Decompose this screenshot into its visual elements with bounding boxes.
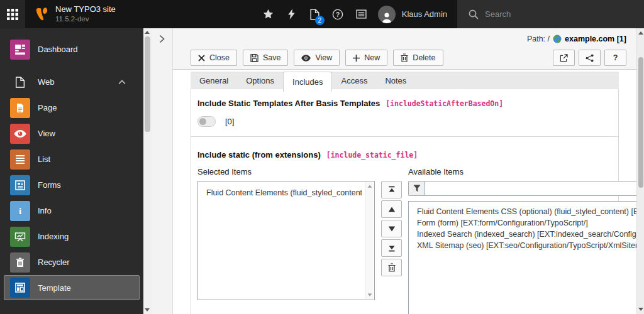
delete-button[interactable]: Delete bbox=[393, 50, 443, 66]
help-button[interactable]: ? bbox=[326, 0, 350, 28]
scroll-up-arrow[interactable] bbox=[145, 31, 150, 34]
module-content: Path: / example.com [1] bbox=[173, 28, 644, 314]
sidebar-item-dashboard[interactable]: Dashboard bbox=[0, 36, 143, 62]
tabs: General Options Includes Access Notes bbox=[191, 72, 619, 89]
arrow-up-icon bbox=[388, 207, 396, 212]
view-button[interactable]: View bbox=[294, 50, 340, 66]
move-to-top-icon bbox=[388, 186, 396, 193]
sidebar-item-label: Page bbox=[38, 103, 57, 112]
sidebar-item-label: View bbox=[38, 129, 55, 138]
plus-icon bbox=[353, 55, 360, 62]
current-page-label: example.com [1] bbox=[565, 35, 626, 43]
form-area: General Options Includes Access Notes In… bbox=[173, 70, 636, 314]
sidebar-item-template[interactable]: Template bbox=[4, 275, 140, 300]
scroll-down-arrow[interactable] bbox=[145, 308, 150, 311]
user-menu-button[interactable]: Klaus Admin bbox=[373, 0, 457, 28]
trash-icon bbox=[10, 252, 30, 273]
sidebar-scrollbar[interactable] bbox=[143, 28, 152, 314]
sidebar-item-label: Template bbox=[38, 283, 71, 293]
scroll-down-arrow[interactable] bbox=[638, 308, 643, 311]
close-button[interactable]: Close bbox=[191, 50, 237, 66]
move-up-button[interactable] bbox=[381, 200, 402, 218]
help-button-docheader[interactable]: ? bbox=[604, 50, 626, 66]
scroll-up-arrow[interactable] bbox=[638, 31, 643, 35]
chevron-up-icon bbox=[118, 80, 126, 85]
list-item[interactable]: XML Sitemap (seo) [EXT:seo/Configuration… bbox=[417, 240, 636, 251]
page-icon bbox=[10, 98, 30, 118]
toolbar-items: 2 ? bbox=[257, 0, 457, 28]
username-label: Klaus Admin bbox=[402, 9, 447, 19]
tab-notes[interactable]: Notes bbox=[376, 72, 415, 89]
scrollbar-thumb[interactable] bbox=[145, 36, 150, 132]
sidebar-item-recycler[interactable]: Recycler bbox=[0, 249, 143, 275]
search-input[interactable] bbox=[485, 9, 611, 19]
move-down-button[interactable] bbox=[381, 220, 402, 237]
sidebar-item-list[interactable]: List bbox=[0, 146, 143, 172]
move-to-bottom-icon bbox=[388, 244, 396, 252]
remove-item-button[interactable] bbox=[381, 259, 402, 276]
list-item[interactable]: Fluid Content Elements (fluid_styled_con… bbox=[206, 187, 362, 198]
clear-cache-button[interactable] bbox=[280, 0, 303, 28]
toggle-switch[interactable] bbox=[197, 116, 216, 127]
share-button[interactable] bbox=[579, 50, 601, 66]
pagetree-collapsed-strip bbox=[152, 28, 173, 314]
sidebar-item-label: List bbox=[38, 154, 50, 164]
expand-pagetree-button[interactable] bbox=[159, 35, 165, 46]
star-icon bbox=[263, 9, 274, 19]
sidebar-item-info[interactable]: i Info bbox=[0, 198, 143, 224]
web-module-icon bbox=[10, 72, 30, 92]
list-item[interactable]: Fluid Content Elements CSS (optional) (f… bbox=[417, 206, 636, 217]
filter-addon bbox=[408, 181, 425, 196]
list-box-icon bbox=[356, 9, 367, 19]
sidebar-item-forms[interactable]: Forms bbox=[0, 172, 143, 198]
scroll-down-arrow[interactable] bbox=[368, 293, 372, 296]
docheader: Path: / example.com [1] bbox=[173, 28, 636, 70]
open-documents-button[interactable]: 2 bbox=[303, 0, 326, 28]
trash-icon bbox=[401, 53, 408, 62]
available-items-list[interactable]: Fluid Content Elements CSS (optional) (f… bbox=[408, 201, 636, 314]
close-icon bbox=[198, 55, 205, 62]
toggle-knob bbox=[199, 118, 206, 125]
open-in-new-window-button[interactable] bbox=[553, 50, 575, 66]
template-icon bbox=[10, 278, 30, 298]
bolt-icon bbox=[287, 9, 296, 19]
sidebar-item-page[interactable]: Page bbox=[0, 95, 143, 121]
selected-items-list[interactable]: Fluid Content Elements (fluid_styled_con… bbox=[197, 181, 375, 300]
tab-includes[interactable]: Includes bbox=[283, 72, 332, 92]
move-to-bottom-button[interactable] bbox=[381, 239, 402, 257]
scrollbar-thumb[interactable] bbox=[638, 57, 643, 188]
tab-access[interactable]: Access bbox=[332, 72, 376, 89]
tab-options[interactable]: Options bbox=[237, 72, 283, 89]
sidebar-item-label: Forms bbox=[38, 180, 61, 190]
globe-icon bbox=[553, 35, 562, 43]
field-label: Include static (from extensions) bbox=[197, 150, 321, 160]
list-item[interactable]: Indexed Search (indexed_search) [EXT:ind… bbox=[417, 229, 636, 240]
available-items-column: Fluid Content Elements CSS (optional) (f… bbox=[408, 181, 636, 314]
move-to-top-button[interactable] bbox=[381, 181, 402, 198]
sidebar-item-view[interactable]: View bbox=[0, 121, 143, 146]
sidebar-item-indexing[interactable]: Indexing bbox=[0, 224, 143, 249]
grid-icon bbox=[7, 9, 18, 20]
field-include-static-file: Include static (from extensions)[include… bbox=[191, 137, 619, 314]
multi-select-widget: Selected Items Available Items Fluid Con… bbox=[197, 167, 612, 314]
field-code-label: [include_static_file] bbox=[326, 151, 418, 160]
live-search bbox=[457, 0, 644, 28]
new-button[interactable]: New bbox=[345, 50, 387, 66]
modulemenu-toggle-button[interactable] bbox=[0, 0, 25, 28]
scroll-up-arrow[interactable] bbox=[368, 185, 372, 187]
available-items-filter-input[interactable] bbox=[425, 181, 636, 196]
system-information-button[interactable] bbox=[350, 0, 373, 28]
selected-list-scrollbar[interactable] bbox=[365, 182, 374, 299]
list-item[interactable]: Form (form) [EXT:form/Configuration/Typo… bbox=[417, 217, 636, 229]
opendocs-count-badge: 2 bbox=[315, 16, 325, 25]
typo3-version: 11.5.2-dev bbox=[55, 14, 116, 23]
item-mover-buttons bbox=[375, 181, 408, 314]
tab-general[interactable]: General bbox=[191, 72, 237, 89]
site-title: New TYPO3 site bbox=[55, 4, 116, 14]
sidebar-item-web[interactable]: Web bbox=[0, 69, 143, 95]
content-scrollbar[interactable] bbox=[636, 28, 644, 314]
save-button[interactable]: Save bbox=[243, 50, 289, 66]
bookmarks-button[interactable] bbox=[257, 0, 280, 28]
docheader-buttons: Close Save bbox=[191, 50, 626, 66]
eye-icon bbox=[301, 55, 311, 62]
